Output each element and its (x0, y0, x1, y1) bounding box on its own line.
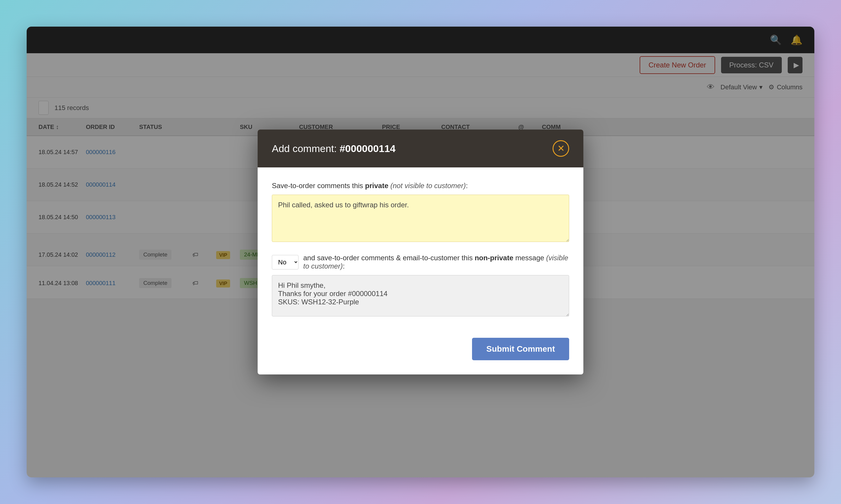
modal-close-button[interactable]: ✕ (553, 140, 569, 157)
modal-body: Save-to-order comments this private (not… (258, 167, 583, 332)
non-private-colon: : (343, 262, 345, 270)
modal-footer: Submit Comment (258, 332, 583, 375)
private-label-text: Save-to-order comments this (272, 182, 365, 190)
modal-title: Add comment: #000000114 (272, 143, 396, 155)
non-private-select[interactable]: No Yes (272, 255, 298, 269)
non-private-suffix: message (514, 254, 546, 262)
non-private-row: No Yes and save-to-order comments & emai… (272, 254, 569, 270)
modal-overlay: Add comment: #000000114 ✕ Save-to-order … (27, 26, 814, 478)
non-private-bold: non-private (475, 254, 514, 262)
add-comment-modal: Add comment: #000000114 ✕ Save-to-order … (258, 129, 583, 375)
modal-order-id: #000000114 (340, 143, 396, 154)
private-bold: private (365, 182, 389, 190)
non-private-label: and save-to-order comments & email-to-cu… (303, 254, 569, 270)
submit-comment-button[interactable]: Submit Comment (472, 338, 569, 360)
non-private-textarea[interactable]: Hi Phil smythe, Thanks for your order #0… (272, 275, 569, 317)
modal-title-prefix: Add comment: (272, 143, 340, 154)
private-note-label: Save-to-order comments this private (not… (272, 182, 569, 190)
private-note-textarea[interactable]: Phil called, asked us to giftwrap his or… (272, 195, 569, 242)
non-private-and: and (303, 254, 315, 262)
app-container: 🔍 🔔 Create New Order Process: CSV ▶ 👁 De… (27, 26, 814, 478)
private-colon: : (466, 182, 468, 190)
private-italic: (not visible to customer) (388, 182, 465, 190)
non-private-label-text: save-to-order comments & email-to-custom… (315, 254, 475, 262)
modal-header: Add comment: #000000114 ✕ (258, 129, 583, 167)
